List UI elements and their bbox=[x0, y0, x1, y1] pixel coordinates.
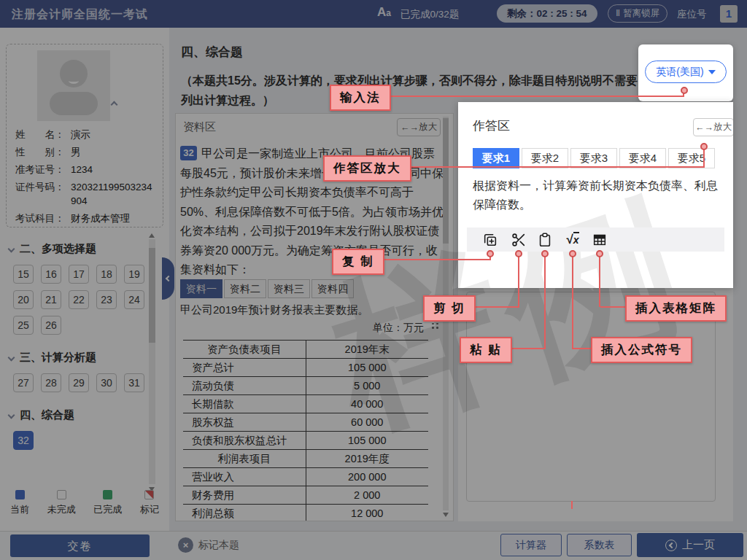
profile-row: 考试科目：财务成本管理 bbox=[15, 211, 158, 225]
callout-dot bbox=[596, 250, 603, 257]
chevron-down-icon bbox=[8, 246, 15, 253]
callout-dot bbox=[569, 250, 576, 257]
copy-icon[interactable] bbox=[481, 231, 499, 249]
answer-input-area[interactable] bbox=[466, 292, 716, 502]
question-button-19[interactable]: 19 bbox=[124, 265, 144, 284]
profile-row: 姓 名：演示 bbox=[15, 128, 158, 141]
avatar bbox=[37, 50, 110, 121]
material-tab[interactable]: 资料一 bbox=[180, 279, 222, 298]
table-intro: 甲公司2019年预计财务报表主要数据。 bbox=[180, 303, 368, 317]
financial-table: 资产负债表项目2019年末资产总计105 000流动负债5 000长期借款40 … bbox=[183, 340, 428, 521]
table-icon[interactable] bbox=[591, 231, 608, 249]
material-tab[interactable]: 资料三 bbox=[268, 279, 310, 298]
top-bar: 注册会计师全国统一考试 Aa 已完成0/32题 剩余：02 : 25 : 54 … bbox=[0, 0, 747, 28]
answer-panel: 样例 作答区 ←→放大 要求1要求2要求3要求4要求5 根据资料一，计算筹资前长… bbox=[458, 102, 733, 288]
question-button-27[interactable]: 27 bbox=[13, 373, 34, 392]
material-panel: 资料区 ←→放大 32甲公司是一家制造业上市公司，目前公司股票每股45元，预计股… bbox=[175, 113, 454, 521]
language-selector-button[interactable]: 英语(美国) bbox=[645, 61, 727, 83]
question-button-29[interactable]: 29 bbox=[69, 373, 89, 392]
note-answer-zoom: 作答区放大 bbox=[323, 155, 411, 182]
callout-line bbox=[475, 306, 519, 308]
requirement-tab[interactable]: 要求2 bbox=[522, 148, 568, 168]
table-row: 资产负债表项目2019年末 bbox=[183, 341, 428, 359]
question-button-22[interactable]: 22 bbox=[69, 290, 89, 309]
question-button-20[interactable]: 20 bbox=[13, 290, 34, 309]
material-zoom-button[interactable]: ←→放大 bbox=[397, 118, 441, 136]
callout-line bbox=[703, 149, 705, 168]
collapse-info-icon[interactable] bbox=[112, 97, 117, 110]
pause-lock-button[interactable]: Ⅱ暂离锁屏 bbox=[608, 4, 667, 23]
status-legend: 当前未完成已完成标记 bbox=[7, 490, 162, 516]
note-table-matrix: 插入表格矩阵 bbox=[625, 295, 727, 322]
question-button-23[interactable]: 23 bbox=[96, 290, 117, 309]
previous-page-button[interactable]: 上一页 bbox=[637, 533, 743, 557]
requirement-tab[interactable]: 要求3 bbox=[570, 148, 617, 168]
material-scroll-down-icon[interactable] bbox=[443, 513, 449, 517]
table-unit: 单位：万元 bbox=[183, 322, 428, 335]
requirement-tab[interactable]: 要求1 bbox=[473, 148, 519, 168]
sidebar-scroll-thumb[interactable] bbox=[149, 248, 155, 343]
callout-line bbox=[511, 348, 546, 349]
submit-button[interactable]: 交卷 bbox=[10, 534, 150, 557]
section-header[interactable]: 四、综合题 bbox=[9, 408, 144, 422]
legend-todo: 未完成 bbox=[47, 490, 76, 516]
question-button-21[interactable]: 21 bbox=[41, 290, 61, 309]
profile-row: 性 别：男 bbox=[15, 145, 158, 159]
calculator-button[interactable]: 计算器 bbox=[500, 534, 562, 556]
callout-dot bbox=[700, 143, 708, 150]
requirement-tab[interactable]: 要求5 bbox=[668, 148, 715, 168]
scroll-up-icon[interactable] bbox=[149, 233, 155, 238]
question-button-24[interactable]: 24 bbox=[124, 290, 144, 309]
section-header[interactable]: 二、多项选择题 bbox=[9, 242, 144, 256]
legend-marked: 标记 bbox=[140, 490, 159, 516]
table-row: 长期借款40 000 bbox=[183, 395, 428, 413]
question-nav: 二、多项选择题151617181920212223242526三、计算分析题27… bbox=[9, 238, 144, 466]
profile-row: 准考证号：1234 bbox=[15, 163, 158, 176]
answer-zoom-button[interactable]: ←→放大 bbox=[693, 118, 733, 136]
note-cut: 剪 切 bbox=[423, 295, 476, 322]
material-scroll-thumb[interactable] bbox=[443, 118, 449, 244]
mark-question-button[interactable]: × 标记本题 bbox=[178, 537, 239, 553]
profile-rows: 姓 名：演示性 别：男准考证号：1234证件号码：320321199503234… bbox=[15, 128, 158, 229]
question-number-badge: 32 bbox=[180, 146, 197, 160]
requirement-tabs: 要求1要求2要求3要求4要求5 bbox=[473, 148, 715, 168]
question-button-31[interactable]: 31 bbox=[124, 373, 144, 392]
question-button-30[interactable]: 30 bbox=[96, 373, 117, 392]
question-button-26[interactable]: 26 bbox=[41, 316, 61, 335]
callout-dot bbox=[515, 250, 522, 257]
question-button-18[interactable]: 18 bbox=[96, 265, 117, 284]
material-tab[interactable]: 资料四 bbox=[311, 279, 354, 298]
question-button-32[interactable]: 32 bbox=[13, 431, 34, 450]
sidebar-collapse-tab[interactable] bbox=[162, 257, 174, 300]
sidebar-scrollbar[interactable] bbox=[149, 239, 155, 484]
question-button-17[interactable]: 17 bbox=[69, 265, 89, 284]
callout-dot bbox=[541, 250, 549, 257]
question-button-16[interactable]: 16 bbox=[41, 265, 61, 284]
legend-current: 当前 bbox=[10, 490, 29, 516]
table-row: 流动负债5 000 bbox=[183, 377, 428, 395]
material-tab[interactable]: 资料二 bbox=[224, 279, 266, 298]
note-input-method: 输入法 bbox=[330, 85, 391, 111]
requirement-tab[interactable]: 要求4 bbox=[619, 148, 666, 168]
progress-text: 已完成0/32题 bbox=[400, 8, 459, 21]
app-title: 注册会计师全国统一考试 bbox=[12, 7, 148, 23]
callout-line bbox=[600, 306, 627, 308]
cut-icon[interactable] bbox=[510, 231, 527, 249]
paste-icon[interactable] bbox=[536, 231, 554, 249]
section-title: 四、综合题 bbox=[181, 44, 243, 61]
callout-line bbox=[383, 259, 491, 260]
font-size-icon[interactable]: Aa bbox=[377, 5, 391, 20]
question-button-28[interactable]: 28 bbox=[41, 373, 61, 392]
coefficient-table-button[interactable]: 系数表 bbox=[567, 534, 632, 556]
section-header[interactable]: 三、计算分析题 bbox=[9, 351, 144, 365]
formula-icon[interactable]: √x bbox=[564, 231, 581, 249]
callout-line bbox=[518, 256, 519, 307]
bottom-bar: 交卷 × 标记本题 计算器 系数表 上一页 bbox=[0, 531, 747, 560]
chevron-left-icon bbox=[165, 276, 171, 281]
seat-number: 1 bbox=[720, 5, 738, 23]
mark-icon: × bbox=[178, 537, 193, 553]
question-button-15[interactable]: 15 bbox=[13, 265, 34, 284]
question-button-25[interactable]: 25 bbox=[13, 316, 34, 335]
table-row: 营业收入200 000 bbox=[183, 468, 428, 486]
callout-line bbox=[399, 166, 705, 168]
